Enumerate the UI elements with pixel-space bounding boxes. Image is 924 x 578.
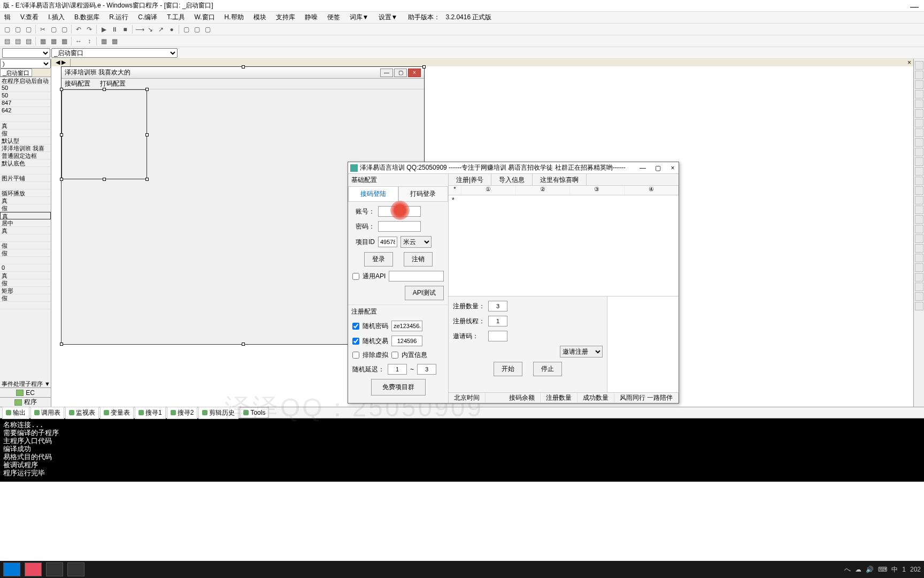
tool-scroll-icon[interactable]: [915, 196, 923, 204]
project-input[interactable]: [378, 237, 397, 247]
resize-handle[interactable]: [103, 88, 106, 91]
tool-slider-icon[interactable]: [915, 206, 923, 214]
rand-trade-input[interactable]: [391, 336, 422, 346]
tool-label-icon[interactable]: [915, 71, 923, 79]
builtin-checkbox[interactable]: [391, 352, 398, 359]
prop-row[interactable]: 假: [0, 242, 51, 249]
prop-row[interactable]: 默认型: [0, 137, 51, 144]
prop-row[interactable]: [0, 234, 51, 242]
prop-row[interactable]: 在程序启动后自动: [0, 77, 51, 85]
tb-break-icon[interactable]: ●: [167, 25, 176, 34]
tb-find-icon[interactable]: ▢: [192, 25, 202, 34]
menu-window[interactable]: W.窗口: [192, 12, 217, 23]
tb-run-icon[interactable]: ▶: [99, 25, 109, 34]
align-bot-icon[interactable]: ▦: [59, 36, 69, 46]
tb-new-icon[interactable]: ▢: [2, 25, 12, 34]
menu-notes[interactable]: 便签: [325, 12, 342, 23]
menu-database[interactable]: B.数据库: [72, 12, 102, 23]
prop-object-combo[interactable]: ): [0, 59, 51, 69]
prop-row[interactable]: 真: [0, 227, 51, 234]
password-input[interactable]: [378, 221, 421, 232]
prop-row[interactable]: 普通固定边框: [0, 152, 51, 159]
prop-row[interactable]: 假: [0, 294, 51, 302]
tray-cloud-icon[interactable]: ☁: [855, 566, 861, 573]
prop-row[interactable]: [0, 302, 51, 309]
log-area[interactable]: [607, 296, 679, 392]
grid-icon[interactable]: ▦: [99, 36, 109, 46]
tool-misc1-icon[interactable]: [915, 283, 923, 291]
tab-code-login[interactable]: 打码登录: [398, 186, 449, 201]
prop-row[interactable]: 图片平铺: [0, 174, 51, 182]
resize-handle[interactable]: [145, 88, 149, 91]
tool-image-icon[interactable]: [915, 138, 923, 147]
window-combo[interactable]: _启动窗口: [51, 48, 178, 58]
align-mid-icon[interactable]: ▦: [49, 36, 58, 46]
delay-min-input[interactable]: [388, 364, 407, 375]
resize-handle[interactable]: [103, 178, 106, 181]
prop-row[interactable]: 50: [0, 92, 51, 100]
prop-row[interactable]: 真: [0, 212, 51, 219]
menu-silence[interactable]: 静噪: [303, 12, 320, 23]
prop-row[interactable]: 假: [0, 279, 51, 287]
prop-row[interactable]: 真: [0, 197, 51, 204]
menu-dict[interactable]: 词库▼: [348, 12, 371, 23]
menu-lib[interactable]: 支持库: [274, 12, 297, 23]
tb-cut-icon[interactable]: ✂: [38, 25, 48, 34]
align-left-icon[interactable]: ▤: [2, 36, 12, 46]
align-center-icon[interactable]: ▤: [13, 36, 22, 46]
invite-input[interactable]: [488, 331, 507, 341]
logout-button[interactable]: 注销: [404, 252, 433, 267]
tool-rich-icon[interactable]: [915, 254, 923, 262]
tool-combo-icon[interactable]: [915, 100, 923, 108]
provider-select[interactable]: 米云: [401, 236, 432, 248]
prop-row[interactable]: 循环播放: [0, 189, 51, 197]
rand-pwd-input[interactable]: [391, 321, 422, 331]
resize-handle[interactable]: [242, 65, 245, 69]
dist-h-icon[interactable]: ↔: [74, 36, 83, 46]
tb-stop-icon[interactable]: ■: [120, 25, 130, 34]
align-right-icon[interactable]: ▤: [24, 36, 33, 46]
tb-stepin-icon[interactable]: ↘: [145, 25, 155, 34]
tb-save-icon[interactable]: ▢: [24, 25, 33, 34]
prop-row[interactable]: 泽泽培训班 我喜: [0, 144, 51, 152]
tool-list-icon[interactable]: [915, 109, 923, 118]
menu-tools[interactable]: T.工具: [165, 12, 187, 23]
object-combo[interactable]: [2, 48, 50, 58]
menu-module[interactable]: 模块: [251, 12, 268, 23]
rand-trade-checkbox[interactable]: [352, 338, 359, 345]
canvas-tab[interactable]: ◀ ▶: [51, 59, 71, 66]
tool-toolbar-icon[interactable]: [915, 244, 923, 253]
prop-row[interactable]: [0, 167, 51, 174]
api-checkbox[interactable]: [352, 273, 359, 280]
dialog-titlebar[interactable]: 泽泽易语言培训 QQ:25050909 ------专注于网赚培训 易语言招收学…: [348, 162, 679, 174]
form-menu-sms[interactable]: 接码配置: [65, 79, 90, 88]
resize-handle[interactable]: [145, 133, 149, 136]
prop-row[interactable]: 642: [0, 107, 51, 115]
col-4[interactable]: ④: [625, 186, 679, 195]
tab-search2[interactable]: 搜寻2: [167, 407, 198, 419]
tab-tools[interactable]: Tools: [240, 407, 269, 418]
tab-output[interactable]: 输出: [2, 407, 29, 419]
menu-help[interactable]: H.帮助: [222, 12, 246, 23]
menu-edit[interactable]: 辑: [2, 12, 13, 23]
resize-handle[interactable]: [60, 133, 63, 136]
tool-tree-icon[interactable]: [915, 177, 923, 185]
tray-expand-icon[interactable]: へ: [844, 565, 851, 574]
prop-row[interactable]: [0, 115, 51, 122]
reg-count-input[interactable]: [488, 301, 507, 311]
prop-row[interactable]: 假: [0, 249, 51, 257]
prop-row[interactable]: 847: [0, 100, 51, 107]
selected-panel[interactable]: [61, 89, 147, 179]
ec-button[interactable]: EC: [0, 387, 51, 397]
free-group-button[interactable]: 免费项目群: [371, 379, 426, 396]
tool-tab-icon[interactable]: [915, 167, 923, 176]
tool-timer-icon[interactable]: [915, 148, 923, 156]
grid-body[interactable]: *: [449, 195, 679, 296]
tool-grid-icon[interactable]: [915, 186, 923, 195]
tool-misc3-icon[interactable]: [915, 302, 923, 310]
taskbar-app3[interactable]: [67, 562, 84, 576]
prop-row[interactable]: 居中: [0, 219, 51, 227]
prop-row[interactable]: 0: [0, 264, 51, 272]
tray-volume-icon[interactable]: 🔊: [866, 566, 874, 573]
tab-watch[interactable]: 监视表: [65, 407, 99, 419]
